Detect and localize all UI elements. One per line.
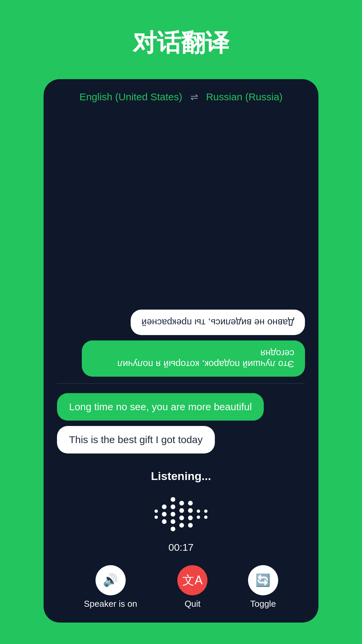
dot — [155, 516, 158, 519]
waveform — [57, 491, 305, 538]
dot — [162, 504, 167, 509]
normal-chat-area: Long time no see, you are more beautiful… — [44, 384, 318, 463]
listening-area: Listening... — [44, 463, 318, 558]
dot — [204, 509, 207, 513]
dot — [155, 509, 158, 513]
toggle-icon: 🔄 — [255, 573, 270, 587]
toggle-circle[interactable]: 🔄 — [248, 565, 278, 595]
wave-col-4 — [179, 501, 184, 528]
speaker-button[interactable]: 🔊 Speaker is on — [84, 565, 137, 609]
wave-col-2 — [162, 504, 167, 524]
dot — [171, 512, 175, 517]
dot — [179, 508, 184, 513]
dot — [179, 501, 184, 505]
speaker-circle[interactable]: 🔊 — [96, 565, 126, 595]
listening-label: Listening... — [151, 470, 211, 483]
wave-col-1 — [155, 509, 158, 519]
swap-icon[interactable]: ⇌ — [190, 92, 198, 103]
quit-circle[interactable]: 文A — [177, 565, 207, 595]
right-language[interactable]: Russian (Russia) — [206, 91, 283, 103]
dot — [171, 497, 175, 502]
flipped-bubble-white: Давно не виделись, ты прекрасней — [131, 310, 305, 335]
wave-col-7 — [204, 509, 207, 519]
phone-card: English (United States) ⇌ Russian (Russi… — [44, 79, 318, 623]
bubble-green: Long time no see, you are more beautiful — [57, 393, 264, 421]
dot — [171, 504, 175, 509]
language-bar: English (United States) ⇌ Russian (Russi… — [44, 79, 318, 112]
quit-label: Quit — [185, 599, 201, 609]
dot — [162, 512, 167, 517]
dot — [171, 527, 175, 531]
wave-col-6 — [197, 509, 200, 519]
toggle-button[interactable]: 🔄 Toggle — [248, 565, 278, 609]
dot — [188, 508, 193, 513]
speaker-label: Speaker is on — [84, 599, 137, 609]
dot — [162, 519, 167, 524]
left-language[interactable]: English (United States) — [79, 91, 182, 103]
dot — [179, 516, 184, 520]
dot — [179, 523, 184, 528]
toggle-label: Toggle — [250, 599, 276, 609]
dot — [197, 509, 200, 513]
dot — [171, 519, 175, 524]
flipped-chat-area: Давно не виделись, ты прекрасней Это луч… — [44, 112, 318, 383]
wave-col-5 — [188, 501, 193, 528]
bottom-bar: 🔊 Speaker is on 文A Quit 🔄 Toggle — [44, 558, 318, 623]
quit-button[interactable]: 文A Quit — [177, 565, 207, 609]
dot — [197, 516, 200, 519]
dot — [188, 523, 193, 528]
speaker-icon: 🔊 — [103, 573, 118, 587]
app-title: 对话翻译 — [133, 27, 229, 59]
timer: 00:17 — [168, 542, 193, 553]
translate-icon: 文A — [182, 572, 202, 589]
dot — [204, 516, 207, 519]
wave-col-3 — [171, 497, 175, 531]
dot — [188, 516, 193, 520]
flipped-bubble-green: Это лучший подарок, который я получил се… — [82, 340, 305, 377]
bubble-white: This is the best gift I got today — [57, 426, 215, 453]
dot — [188, 501, 193, 505]
